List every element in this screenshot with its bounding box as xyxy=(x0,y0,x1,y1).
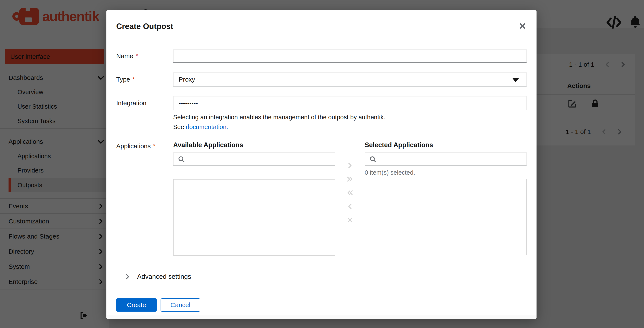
add-selected-icon[interactable] xyxy=(345,161,355,170)
type-field-row: Type * Proxy xyxy=(116,72,527,86)
required-marker: * xyxy=(133,76,134,82)
integration-field-row: Integration --------- xyxy=(116,96,527,110)
integration-select[interactable]: --------- xyxy=(173,96,527,110)
modal-actions: Create Cancel xyxy=(116,298,527,312)
name-label: Name * xyxy=(116,52,173,60)
cancel-button[interactable]: Cancel xyxy=(160,298,200,312)
integration-help-text: Selecting an integration enables the man… xyxy=(173,113,527,121)
add-all-icon[interactable] xyxy=(345,174,355,184)
modal-title: Create Outpost xyxy=(116,22,527,31)
advanced-settings-label: Advanced settings xyxy=(137,273,191,281)
caret-down-icon xyxy=(512,78,519,82)
documentation-link[interactable]: documentation. xyxy=(186,124,228,130)
name-field-row: Name * xyxy=(116,49,527,63)
advanced-settings-toggle[interactable]: Advanced settings xyxy=(125,273,527,281)
type-label: Type * xyxy=(116,76,173,83)
chevron-right-icon xyxy=(125,274,130,279)
available-applications-list[interactable] xyxy=(173,179,335,256)
available-applications-title: Available Applications xyxy=(173,141,335,149)
selected-search-input[interactable] xyxy=(380,153,524,165)
type-select[interactable]: Proxy xyxy=(173,72,527,86)
create-outpost-modal: Create Outpost Name * Type * Proxy Integ… xyxy=(106,10,536,319)
create-button[interactable]: Create xyxy=(116,298,157,312)
selected-search xyxy=(365,152,527,165)
selected-applications-title: Selected Applications xyxy=(365,141,527,149)
dual-list-controls xyxy=(335,141,365,225)
required-marker: * xyxy=(136,53,138,59)
available-search xyxy=(173,152,335,165)
integration-select-value: --------- xyxy=(179,99,198,107)
clear-selection-icon[interactable] xyxy=(345,215,355,225)
required-marker: * xyxy=(153,143,155,149)
close-icon[interactable] xyxy=(519,22,526,29)
remove-all-icon[interactable] xyxy=(345,188,355,197)
integration-help: Selecting an integration enables the man… xyxy=(116,113,527,131)
search-icon xyxy=(178,156,185,163)
name-input[interactable] xyxy=(173,49,527,63)
remove-selected-icon[interactable] xyxy=(345,202,355,211)
type-select-value: Proxy xyxy=(179,76,195,83)
integration-help-see: Seedocumentation. xyxy=(173,123,527,131)
available-search-input[interactable] xyxy=(188,153,333,165)
available-applications-column: Available Applications xyxy=(173,141,335,256)
selected-applications-list[interactable] xyxy=(365,179,527,255)
selected-applications-column: Selected Applications 0 item(s) selected… xyxy=(365,141,527,255)
modal-footer xyxy=(106,316,536,319)
applications-field-row: Applications * Available Applications xyxy=(116,141,527,256)
selected-count: 0 item(s) selected. xyxy=(365,169,527,176)
applications-label: Applications * xyxy=(116,143,173,150)
integration-label: Integration xyxy=(116,99,173,107)
search-icon xyxy=(369,156,376,163)
